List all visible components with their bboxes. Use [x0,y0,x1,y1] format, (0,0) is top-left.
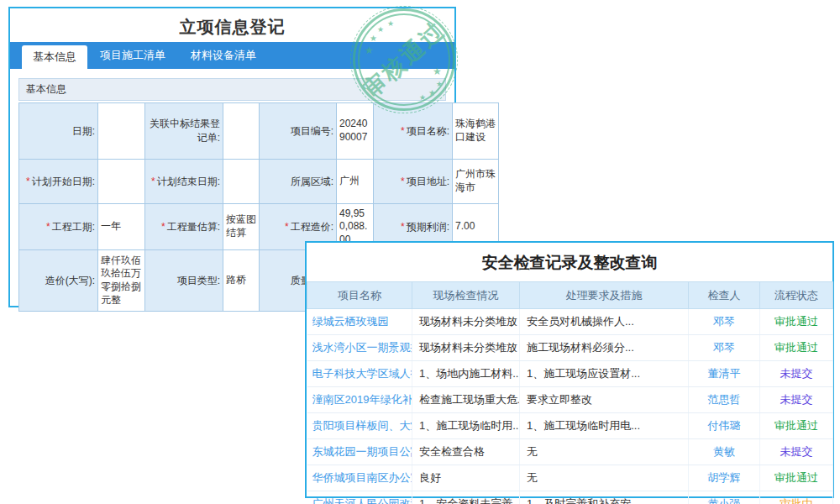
star-icon: ★ [377,25,384,34]
table-row: 广州天河人民公园改造工1、安全资料未完善...1、及时完善和补充安...黄小强审… [307,491,833,504]
required-asterisk: * [26,176,30,187]
field-value[interactable] [223,103,260,160]
column-header: 处理要求及措施 [520,282,689,309]
measures-text: 要求立即整改 [520,387,689,413]
field-label-text: 工程工期: [52,221,95,233]
project-link[interactable]: 潼南区2019年绿化补贴项目 [307,387,412,413]
project-link[interactable]: 浅水湾小区一期景观提升 [307,335,412,361]
field-label: 所属区域: [260,160,337,204]
table-row: 华侨城项目南区办公室内良好无胡学辉审批通过 [307,465,833,491]
field-label-text: 造价(大写): [45,275,95,286]
inspector-link[interactable]: 范思哲 [689,387,760,413]
project-link[interactable]: 贵阳项目样板间、大堂、大 [307,413,412,439]
field-label-text: 日期: [72,125,95,137]
table-row: 浅水湾小区一期景观提升现场材料未分类堆放施工现场材料必须分...邓琴审批通过 [307,335,833,361]
form-row: *计划开始日期:*计划结束日期:所属区域:广州*项目地址:广州市珠海市 [19,160,499,204]
star-icon: ★ [436,80,443,88]
field-label: *工程工期: [19,204,98,250]
column-header: 检查人 [689,282,760,309]
status-badge: 未提交 [760,387,833,413]
field-label: *项目地址: [374,160,453,204]
field-label: 日期: [19,103,98,160]
project-link[interactable]: 广州天河人民公园改造工 [307,491,412,504]
measures-text: 无 [520,465,689,491]
field-label-text: 项目类型: [177,275,220,286]
inspection-text: 良好 [412,465,520,491]
safety-query-title: 安全检查记录及整改查询 [307,243,832,281]
measures-text: 无 [520,439,689,465]
project-link[interactable]: 东城花园一期项目公寓大 [307,439,412,465]
star-icon: ★ [433,66,442,77]
status-badge: 审批通过 [760,465,833,491]
required-asterisk: * [285,221,289,233]
inspector-link[interactable]: 董清平 [689,361,760,387]
safety-table-header-row: 项目名称现场检查情况处理要求及措施检查人流程状态 [307,282,833,309]
field-value[interactable]: 广州市珠海市 [453,160,499,204]
safety-query-panel: 安全检查记录及整改查询 项目名称现场检查情况处理要求及措施检查人流程状态 绿城云… [305,241,834,498]
status-badge: 审批中 [760,491,833,504]
field-value[interactable]: 肆仟玖佰玖拾伍万零捌拾捌元整 [98,250,145,312]
inspector-link[interactable]: 胡学辉 [689,465,760,491]
project-link[interactable]: 华侨城项目南区办公室内 [307,465,412,491]
inspection-text: 现场材料未分类堆放 [412,309,520,335]
form-row: 日期:关联中标结果登记单:项目编号:2024090007*项目名称:珠海鹤港口建… [19,103,499,160]
star-icon: ★ [370,34,377,43]
field-value[interactable] [223,160,260,204]
required-asterisk: * [161,221,165,233]
field-value[interactable]: 路桥 [223,250,260,312]
inspection-text: 现场材料未分类堆放 [412,335,520,361]
field-label-text: 所属区域: [291,176,333,187]
column-header: 项目名称 [307,282,412,309]
measures-text: 施工现场材料必须分... [520,335,689,361]
field-label-text: 工程造价: [291,221,333,233]
inspector-link[interactable]: 邓琴 [689,309,760,335]
status-badge: 审批通过 [760,335,833,361]
table-row: 东城花园一期项目公寓大安全检查合格无黄敏未提交 [307,439,833,465]
inspection-text: 安全检查合格 [412,439,520,465]
field-value[interactable]: 珠海鹤港口建设 [453,103,499,160]
field-label-text: 计划开始日期: [32,176,95,187]
field-value[interactable] [98,160,145,204]
inspection-text: 1、施工现场临时用... [412,413,520,439]
approval-stamp: 审核通过 ★ ★ ★ ★ ★ ★ ★ ★ [353,8,455,111]
table-row: 绿城云栖玫瑰园现场材料未分类堆放安全员对机械操作人...邓琴审批通过 [307,309,833,335]
measures-text: 1、及时完善和补充安... [520,491,689,504]
table-row: 电子科技大学区域人行道1、场地内施工材料...1、施工现场应设置材...董清平未… [307,361,833,387]
field-value[interactable]: 一年 [98,204,145,250]
field-label: *工程量估算: [145,204,223,250]
required-asterisk: * [46,221,50,233]
tab-1[interactable]: 项目施工清单 [87,42,178,69]
column-header: 现场检查情况 [412,282,520,309]
field-value[interactable]: 按蓝图结算 [223,204,260,250]
required-asterisk: * [401,125,405,137]
tab-2[interactable]: 材料设备清单 [178,42,269,69]
measures-text: 安全员对机械操作人... [520,309,689,335]
field-label-text: 项目编号: [291,125,333,137]
column-header: 流程状态 [760,282,833,309]
field-value[interactable]: 广州 [337,160,374,204]
status-badge: 未提交 [760,361,833,387]
required-asterisk: * [151,176,155,187]
table-row: 潼南区2019年绿化补贴项目检查施工现场重大危...要求立即整改范思哲未提交 [307,387,833,413]
tab-0[interactable]: 基本信息 [22,45,87,69]
safety-table: 项目名称现场检查情况处理要求及措施检查人流程状态 绿城云栖玫瑰园现场材料未分类堆… [307,281,833,504]
inspector-link[interactable]: 黄小强 [689,491,760,504]
inspection-text: 1、场地内施工材料... [412,361,520,387]
inspection-text: 1、安全资料未完善... [412,491,520,504]
inspector-link[interactable]: 付伟璐 [689,413,760,439]
measures-text: 1、施工现场临时用电... [520,413,689,439]
field-label: 造价(大写): [19,250,98,312]
field-label: 关联中标结果登记单: [145,103,223,160]
project-link[interactable]: 电子科技大学区域人行道 [307,361,412,387]
inspector-link[interactable]: 邓琴 [689,335,760,361]
status-badge: 审批通过 [760,309,833,335]
field-label: *计划结束日期: [145,160,223,204]
field-value[interactable] [98,103,145,160]
field-label-text: 关联中标结果登记单: [150,118,220,144]
field-label-text: 工程量估算: [167,221,220,233]
field-value[interactable]: 2024090007 [337,103,374,160]
status-badge: 未提交 [760,439,833,465]
star-icon: ★ [365,45,374,56]
inspector-link[interactable]: 黄敏 [689,439,760,465]
project-link[interactable]: 绿城云栖玫瑰园 [307,309,412,335]
